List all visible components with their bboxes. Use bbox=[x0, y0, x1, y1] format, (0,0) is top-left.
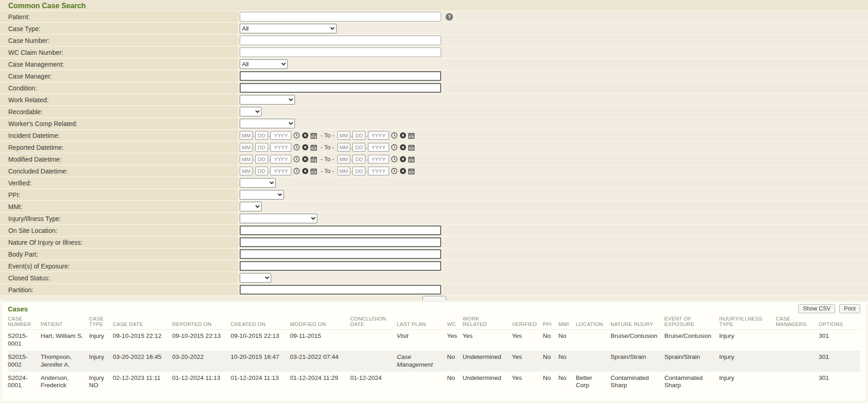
concluded-datetime-to-group: -- bbox=[337, 167, 415, 175]
incident-datetime-to-year[interactable] bbox=[368, 131, 389, 140]
cell-case_date: 03-20-2022 16:45 bbox=[113, 351, 172, 372]
column-header: CREATED ON bbox=[231, 315, 290, 330]
modified-datetime-from-day[interactable] bbox=[255, 155, 268, 163]
clear-icon[interactable] bbox=[301, 156, 309, 163]
patient-input[interactable] bbox=[240, 12, 441, 21]
show-csv-button[interactable]: Show CSV bbox=[798, 304, 835, 313]
calendar-icon[interactable] bbox=[310, 156, 317, 163]
clock-icon[interactable] bbox=[390, 144, 398, 151]
clock-icon[interactable] bbox=[293, 168, 300, 175]
recordable-label: Recordable: bbox=[0, 106, 238, 117]
reported-datetime-to-year[interactable] bbox=[368, 143, 389, 152]
cases-table: CASE NUMBERPATIENTCASE TYPECASE DATEREPO… bbox=[8, 315, 860, 392]
clock-icon[interactable] bbox=[390, 168, 398, 175]
incident-datetime-from-year[interactable] bbox=[270, 131, 291, 140]
modified-datetime-to-year[interactable] bbox=[368, 155, 389, 163]
print-button[interactable]: Print bbox=[839, 304, 860, 313]
calendar-icon[interactable] bbox=[310, 144, 317, 151]
table-row[interactable]: S2015-0002Thompson, Jennifer A.Injury03-… bbox=[8, 351, 860, 372]
on-site-location-input[interactable] bbox=[240, 226, 441, 235]
modified-datetime-to-month[interactable] bbox=[337, 155, 350, 163]
help-icon[interactable]: ? bbox=[446, 13, 453, 21]
clock-icon[interactable] bbox=[293, 144, 300, 151]
work-related-select[interactable] bbox=[240, 95, 295, 105]
clear-icon[interactable] bbox=[301, 144, 309, 151]
clock-icon[interactable] bbox=[390, 132, 398, 139]
nature-of-injury-or-illness-input[interactable] bbox=[240, 237, 441, 247]
reported-datetime-from-group: -- bbox=[240, 143, 317, 152]
clear-icon[interactable] bbox=[301, 132, 309, 139]
search-button[interactable] bbox=[422, 296, 446, 300]
clear-icon[interactable] bbox=[399, 132, 406, 139]
condition-input[interactable] bbox=[240, 83, 441, 93]
calendar-icon[interactable] bbox=[310, 168, 317, 175]
incident-datetime-to-day[interactable] bbox=[352, 131, 365, 140]
clear-icon[interactable] bbox=[399, 168, 406, 175]
modified-datetime-from-month[interactable] bbox=[240, 155, 253, 163]
incident-datetime-from-month[interactable] bbox=[240, 131, 253, 140]
wc-claim-number-input[interactable] bbox=[240, 47, 441, 57]
closed-status-select[interactable] bbox=[240, 273, 271, 283]
partition-input[interactable] bbox=[240, 285, 441, 295]
form-row-modified-datetime: Modified Datetime:--- To --- bbox=[0, 153, 868, 165]
column-header: INJURY/ILLNESS TYPE bbox=[719, 315, 776, 330]
case-number-input[interactable] bbox=[240, 36, 441, 45]
concluded-datetime-from-year[interactable] bbox=[270, 167, 291, 175]
clear-icon[interactable] bbox=[301, 168, 309, 175]
concluded-datetime-from-day[interactable] bbox=[255, 167, 268, 175]
cell-case_date: 09-10-2015 22:12 bbox=[113, 330, 172, 351]
calendar-icon[interactable] bbox=[408, 156, 415, 163]
table-row[interactable]: S2024-0001Anderson, FrederickInjury NO02… bbox=[8, 372, 860, 393]
body-part-label: Body Part: bbox=[0, 248, 238, 260]
cell-conclusion_date bbox=[350, 351, 397, 372]
case-type-label: Case Type: bbox=[0, 23, 238, 34]
cell-case_number: S2024-0001 bbox=[8, 372, 41, 393]
condition-field bbox=[238, 82, 868, 94]
incident-datetime-to-month[interactable] bbox=[337, 131, 350, 140]
recordable-select[interactable] bbox=[240, 107, 262, 116]
events-of-exposure-input[interactable] bbox=[240, 261, 441, 271]
concluded-datetime-to-day[interactable] bbox=[352, 167, 365, 175]
ppi-select[interactable] bbox=[240, 190, 284, 200]
workers-comp-related-select[interactable] bbox=[240, 119, 295, 128]
form-row-incident-datetime: Incident Datetime:--- To --- bbox=[0, 130, 868, 142]
date-separator: - bbox=[253, 168, 255, 174]
reported-datetime-from-year[interactable] bbox=[270, 143, 291, 152]
cases-table-header-row: CASE NUMBERPATIENTCASE TYPECASE DATEREPO… bbox=[8, 315, 860, 330]
date-separator: - bbox=[253, 145, 255, 150]
reported-datetime-from-day[interactable] bbox=[255, 143, 268, 152]
cell-ppi: No bbox=[543, 372, 558, 393]
calendar-icon[interactable] bbox=[408, 132, 415, 139]
cell-reported_on: 01-12-2024 11:13 bbox=[172, 372, 231, 393]
modified-datetime-from-year[interactable] bbox=[270, 155, 291, 163]
concluded-datetime-to-year[interactable] bbox=[368, 167, 389, 175]
column-header: EVENT OF EXPOSURE bbox=[664, 315, 719, 330]
concluded-datetime-from-month[interactable] bbox=[240, 167, 253, 175]
form-row-case-manager: Case Manager: bbox=[0, 70, 868, 82]
reported-datetime-to-month[interactable] bbox=[337, 143, 350, 152]
incident-datetime-from-day[interactable] bbox=[255, 131, 268, 140]
injury-illness-type-select[interactable] bbox=[240, 214, 317, 223]
column-header: REPORTED ON bbox=[172, 315, 231, 330]
incident-datetime-to-group: -- bbox=[337, 131, 415, 140]
modified-datetime-to-day[interactable] bbox=[352, 155, 365, 163]
clock-icon[interactable] bbox=[293, 132, 300, 139]
clock-icon[interactable] bbox=[293, 156, 300, 163]
body-part-input[interactable] bbox=[240, 249, 441, 259]
concluded-datetime-to-month[interactable] bbox=[337, 167, 350, 175]
verified-select[interactable] bbox=[240, 178, 276, 188]
form-row-work-related: Work Related: bbox=[0, 94, 868, 106]
case-management-select[interactable]: All bbox=[240, 59, 288, 69]
reported-datetime-to-day[interactable] bbox=[352, 143, 365, 152]
calendar-icon[interactable] bbox=[408, 144, 415, 151]
case-manager-input[interactable] bbox=[240, 71, 441, 81]
calendar-icon[interactable] bbox=[408, 168, 415, 175]
calendar-icon[interactable] bbox=[310, 132, 317, 139]
clear-icon[interactable] bbox=[399, 156, 406, 163]
clear-icon[interactable] bbox=[399, 144, 406, 151]
reported-datetime-from-month[interactable] bbox=[240, 143, 253, 152]
table-row[interactable]: S2015-0001Hart, William S.Injury09-10-20… bbox=[8, 330, 860, 351]
mmi-select[interactable] bbox=[240, 202, 262, 211]
case-type-select[interactable]: All bbox=[240, 24, 337, 33]
clock-icon[interactable] bbox=[390, 156, 398, 163]
